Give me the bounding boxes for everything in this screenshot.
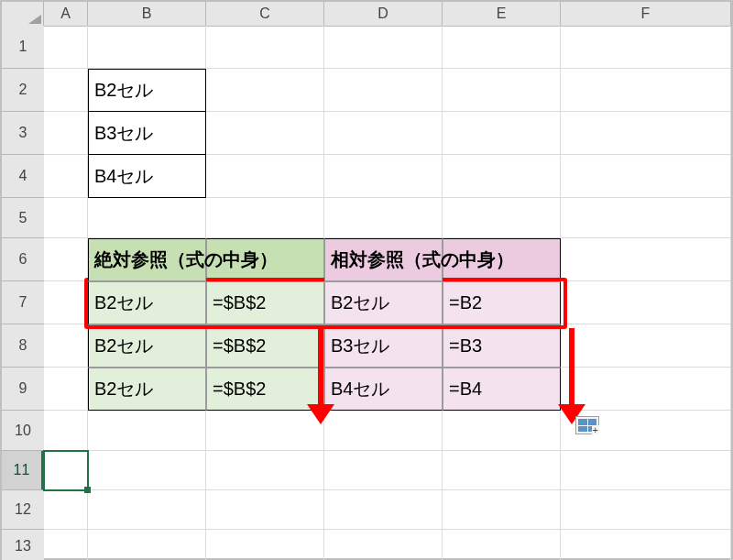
cell[interactable] <box>44 490 88 530</box>
cell[interactable] <box>443 530 561 560</box>
cell[interactable] <box>206 451 324 490</box>
cell[interactable] <box>88 411 206 451</box>
cell[interactable]: =$B$2 <box>206 368 324 411</box>
cell[interactable] <box>206 69 324 112</box>
cell[interactable] <box>324 411 443 451</box>
row-header-4[interactable]: 4 <box>2 155 44 198</box>
cell[interactable] <box>561 324 731 368</box>
cell[interactable] <box>561 281 731 324</box>
cell[interactable] <box>44 281 88 324</box>
cell[interactable]: 相対参照（式の中身） <box>324 238 443 281</box>
column-headers: A B C D E F <box>2 2 731 27</box>
col-header-A[interactable]: A <box>44 2 88 26</box>
cell[interactable]: =B4 <box>443 368 561 411</box>
row-header-3[interactable]: 3 <box>2 112 44 155</box>
cell[interactable]: B2セル <box>88 324 206 368</box>
cell[interactable] <box>206 155 324 198</box>
cell[interactable] <box>443 69 561 112</box>
col-header-B[interactable]: B <box>88 2 206 26</box>
cell[interactable] <box>324 26 443 69</box>
cell[interactable]: 絶対参照（式の中身） <box>88 238 206 281</box>
cell[interactable] <box>44 198 88 238</box>
cell[interactable] <box>324 155 443 198</box>
cell[interactable] <box>44 155 88 198</box>
cell[interactable] <box>44 26 88 69</box>
cell[interactable] <box>206 411 324 451</box>
cell[interactable] <box>44 112 88 155</box>
cell[interactable] <box>206 490 324 530</box>
col-header-D[interactable]: D <box>324 2 443 26</box>
cell[interactable] <box>88 530 206 560</box>
cell[interactable]: B3セル <box>88 112 206 155</box>
cell[interactable] <box>324 198 443 238</box>
col-header-C[interactable]: C <box>206 2 324 26</box>
cell[interactable]: =$B$2 <box>206 324 324 368</box>
row-header-13[interactable]: 13 <box>2 530 44 560</box>
select-all-corner[interactable] <box>2 2 44 26</box>
cell[interactable]: B2セル <box>88 281 206 324</box>
col-header-F[interactable]: F <box>561 2 731 26</box>
cell[interactable] <box>324 490 443 530</box>
cell[interactable] <box>44 324 88 368</box>
col-header-E[interactable]: E <box>443 2 561 26</box>
row-header-5[interactable]: 5 <box>2 198 44 238</box>
cell[interactable] <box>443 155 561 198</box>
cell[interactable] <box>443 112 561 155</box>
row-headers: 12345678910111213 <box>2 26 44 558</box>
cell[interactable] <box>44 530 88 560</box>
cell[interactable] <box>324 69 443 112</box>
cell[interactable] <box>561 26 731 69</box>
cell[interactable] <box>443 490 561 530</box>
cell[interactable]: =B2 <box>443 281 561 324</box>
row-header-8[interactable]: 8 <box>2 324 44 368</box>
row-header-1[interactable]: 1 <box>2 26 44 69</box>
cell[interactable] <box>561 69 731 112</box>
cell[interactable] <box>88 198 206 238</box>
cell[interactable] <box>443 451 561 490</box>
cell[interactable]: =B3 <box>443 324 561 368</box>
cell[interactable] <box>561 530 731 560</box>
cell[interactable] <box>206 530 324 560</box>
cell[interactable] <box>88 451 206 490</box>
cell[interactable] <box>206 112 324 155</box>
cell[interactable] <box>443 198 561 238</box>
cell[interactable] <box>324 451 443 490</box>
worksheet[interactable]: A B C D E F 12345678910111213 B2セルB3セルB4… <box>2 2 731 558</box>
cell[interactable]: B2セル <box>88 69 206 112</box>
row-header-7[interactable]: 7 <box>2 281 44 324</box>
row-header-11[interactable]: 11 <box>2 451 44 490</box>
row-header-2[interactable]: 2 <box>2 69 44 112</box>
cell[interactable] <box>44 69 88 112</box>
cell[interactable] <box>561 451 731 490</box>
cell[interactable] <box>44 411 88 451</box>
cell[interactable] <box>324 112 443 155</box>
cell[interactable] <box>561 490 731 530</box>
cell[interactable] <box>561 112 731 155</box>
autofill-options-icon[interactable]: + <box>575 416 599 434</box>
cell[interactable] <box>44 451 88 490</box>
cell[interactable] <box>88 490 206 530</box>
cell[interactable] <box>206 26 324 69</box>
cell[interactable] <box>561 198 731 238</box>
cell[interactable]: B3セル <box>324 324 443 368</box>
cell[interactable] <box>561 368 731 411</box>
row-header-9[interactable]: 9 <box>2 368 44 411</box>
cell[interactable]: B2セル <box>324 281 443 324</box>
cell[interactable]: B2セル <box>88 368 206 411</box>
cell[interactable]: B4セル <box>88 155 206 198</box>
cell[interactable] <box>88 26 206 69</box>
row-header-12[interactable]: 12 <box>2 490 44 530</box>
cell[interactable] <box>443 411 561 451</box>
cell[interactable] <box>561 238 731 281</box>
cell[interactable]: =$B$2 <box>206 281 324 324</box>
row-header-6[interactable]: 6 <box>2 238 44 281</box>
cell[interactable] <box>44 368 88 411</box>
row-header-10[interactable]: 10 <box>2 411 44 451</box>
cell[interactable] <box>443 26 561 69</box>
cell[interactable] <box>561 155 731 198</box>
cell[interactable] <box>206 198 324 238</box>
cell[interactable]: B4セル <box>324 368 443 411</box>
cell[interactable] <box>324 530 443 560</box>
cell[interactable] <box>44 238 88 281</box>
cell-grid[interactable]: B2セルB3セルB4セル絶対参照（式の中身）相対参照（式の中身）B2セル=$B$… <box>44 26 731 558</box>
